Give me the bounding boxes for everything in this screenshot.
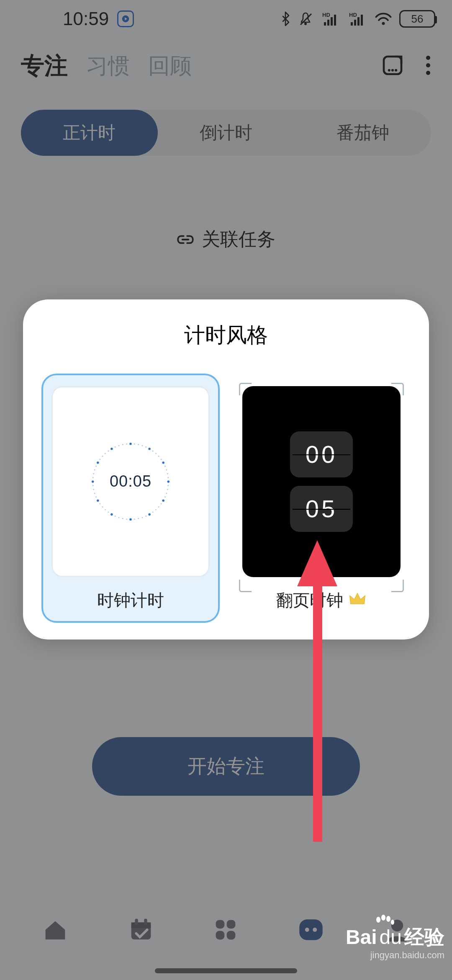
svg-point-52: [166, 493, 167, 494]
svg-point-88: [108, 450, 109, 451]
svg-point-34: [129, 443, 131, 445]
svg-point-80: [92, 477, 94, 478]
svg-point-35: [134, 444, 135, 445]
wm-brand-c: 经验: [404, 924, 444, 951]
svg-point-42: [158, 456, 159, 457]
svg-point-70: [108, 512, 109, 513]
svg-point-45: [164, 466, 166, 467]
flip-bottom-value: 05: [290, 486, 353, 532]
svg-point-81: [93, 473, 94, 475]
svg-point-51: [167, 489, 168, 490]
svg-point-85: [99, 459, 100, 460]
svg-point-50: [167, 485, 169, 486]
svg-point-69: [110, 513, 113, 515]
svg-point-40: [152, 450, 154, 451]
svg-point-59: [148, 513, 150, 515]
selection-corner: [239, 580, 252, 592]
style-option-flip[interactable]: 00 05 翻页时钟: [232, 374, 411, 623]
svg-point-92: [122, 444, 123, 445]
svg-point-44: [162, 462, 164, 464]
svg-point-39: [148, 448, 150, 450]
svg-point-49: [167, 480, 170, 482]
svg-point-62: [138, 518, 139, 519]
svg-point-60: [145, 516, 146, 517]
svg-point-98: [386, 916, 390, 922]
selection-corner: [391, 580, 404, 592]
flip-top-value: 00: [290, 431, 353, 477]
svg-point-36: [138, 444, 139, 445]
svg-point-77: [93, 489, 94, 490]
svg-point-64: [129, 518, 131, 521]
svg-point-58: [152, 512, 154, 513]
svg-point-97: [381, 915, 385, 921]
svg-point-57: [155, 509, 157, 511]
svg-point-86: [102, 456, 103, 457]
svg-point-55: [161, 503, 162, 505]
wm-url: jingyan.baidu.com: [346, 950, 444, 961]
svg-point-46: [166, 469, 167, 471]
svg-point-87: [105, 453, 106, 454]
svg-point-54: [162, 499, 164, 501]
clock-option-label: 时钟计时: [97, 589, 164, 612]
svg-point-63: [134, 518, 135, 520]
svg-point-37: [141, 445, 143, 446]
svg-point-68: [115, 516, 116, 517]
svg-point-43: [161, 459, 162, 460]
svg-point-76: [94, 493, 95, 494]
flip-option-label: 翻页时钟: [276, 589, 343, 612]
wm-brand-a: Bai: [346, 926, 377, 949]
svg-point-61: [141, 517, 143, 518]
svg-point-38: [145, 446, 146, 448]
svg-point-41: [155, 453, 157, 454]
paw-icon: [374, 915, 394, 931]
svg-point-84: [97, 462, 99, 464]
svg-point-75: [95, 496, 97, 498]
svg-point-47: [167, 473, 168, 475]
svg-point-72: [102, 506, 103, 508]
svg-point-73: [99, 503, 100, 505]
svg-point-89: [110, 448, 113, 450]
modal-title: 计时风格: [41, 321, 411, 349]
crown-icon: [348, 590, 367, 610]
svg-point-66: [122, 518, 123, 519]
svg-point-78: [92, 485, 94, 486]
svg-point-71: [105, 509, 106, 511]
svg-point-53: [164, 496, 166, 498]
watermark: Baidu 经验 jingyan.baidu.com: [346, 924, 444, 961]
style-option-clock[interactable]: 00:05 时钟计时: [41, 374, 220, 623]
svg-point-82: [94, 469, 95, 471]
svg-point-91: [118, 445, 120, 446]
svg-point-83: [95, 466, 97, 467]
svg-point-67: [118, 517, 120, 518]
svg-point-96: [376, 917, 380, 923]
clock-preview: 00:05: [51, 386, 210, 577]
svg-point-48: [167, 477, 169, 478]
svg-point-65: [126, 518, 127, 520]
svg-point-93: [126, 444, 127, 445]
timer-style-modal: 计时风格 00:05 时钟计时: [23, 299, 429, 640]
svg-point-56: [158, 506, 159, 508]
svg-point-74: [97, 499, 99, 501]
flip-preview: 00 05: [242, 386, 401, 577]
svg-point-79: [92, 480, 94, 482]
svg-point-99: [391, 920, 394, 925]
svg-point-90: [115, 446, 116, 448]
